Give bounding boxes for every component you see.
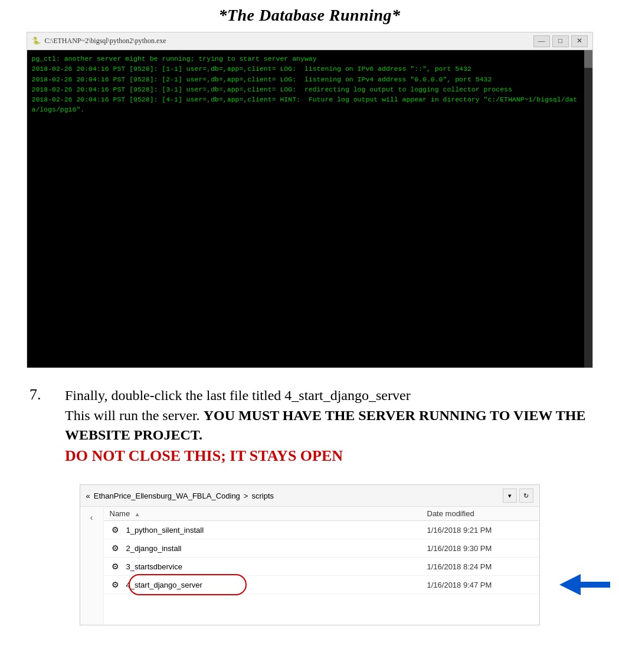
step-7-section: 7. Finally, double-click the last file t… (0, 386, 619, 467)
file-icon: ⚙ (110, 542, 122, 554)
close-button[interactable]: ✕ (571, 35, 588, 47)
file-date: 1/16/2018 9:30 PM (427, 544, 533, 553)
explorer-dropdown-button[interactable]: ▾ (503, 489, 517, 503)
terminal-line-4: 2018-02-26 20:04:16 PST [9528]: [4-1] us… (32, 94, 588, 115)
explorer-body: ‹ Name ▲ Date modified ⚙ 1_python_silent… (80, 507, 539, 625)
list-item-highlighted[interactable]: ⚙ 4_start_django_server 1/16/2018 9:47 P… (104, 576, 539, 594)
file-date: 1/16/2018 9:21 PM (427, 526, 533, 535)
minimize-button[interactable]: — (533, 35, 550, 47)
file-date: 1/16/2018 8:24 PM (427, 562, 533, 571)
breadcrumb-root[interactable]: EthanPrice_Ellensburg_WA_FBLA_Coding (94, 491, 240, 500)
step-line2: This will run the server. YOU MUST HAVE … (65, 406, 589, 445)
breadcrumb-folder[interactable]: scripts (251, 491, 274, 500)
breadcrumb-separator: > (244, 491, 248, 500)
step-number: 7. (30, 386, 53, 467)
file-name: 3_startsdbervice (126, 562, 427, 571)
list-item[interactable]: ⚙ 1_python_silent_install 1/16/2018 9:21… (104, 521, 539, 539)
terminal-line-1: 2018-02-26 20:04:16 PST [9528]: [1-1] us… (32, 64, 588, 74)
terminal-controls[interactable]: — □ ✕ (533, 35, 588, 47)
col-date-header[interactable]: Date modified (427, 509, 533, 518)
step-line1: Finally, double-click the last file titl… (65, 386, 589, 406)
list-item[interactable]: ⚙ 2_django_install 1/16/2018 9:30 PM (104, 539, 539, 558)
arrow-head (559, 574, 581, 595)
arrow-shaft (581, 582, 610, 588)
terminal-window: 🐍 C:\ETHANP~2\bigsql\python2\python.exe … (27, 32, 593, 368)
maximize-button[interactable]: □ (552, 35, 569, 47)
terminal-scrollbar[interactable] (584, 50, 592, 368)
terminal-body: pg_ctl: another server might be running;… (27, 50, 593, 368)
breadcrumb-prefix: « (86, 491, 90, 500)
file-explorer: « EthanPrice_Ellensburg_WA_FBLA_Coding >… (80, 484, 540, 625)
explorer-controls[interactable]: ▾ ↻ (503, 489, 533, 503)
terminal-line-0: pg_ctl: another server might be running;… (32, 54, 588, 64)
file-icon: ⚙ (110, 524, 122, 536)
file-date: 1/16/2018 9:47 PM (427, 581, 533, 589)
col-name-header[interactable]: Name ▲ (110, 509, 427, 518)
col-name-sort-icon: ▲ (135, 511, 140, 517)
terminal-line-3: 2018-02-26 20:04:16 PST [9528]: [3-1] us… (32, 84, 588, 94)
page-title: *The Database Running* (0, 0, 619, 32)
file-name: 1_python_silent_install (126, 526, 427, 535)
explorer-refresh-button[interactable]: ↻ (519, 489, 533, 503)
file-icon: ⚙ (110, 560, 122, 572)
step-red-text: DO NOT CLOSE THIS; IT STAYS OPEN (65, 445, 589, 467)
file-icon: ⚙ (110, 579, 122, 591)
terminal-scrollbar-thumb[interactable] (584, 50, 592, 68)
terminal-title-left: 🐍 C:\ETHANP~2\bigsql\python2\python.exe (32, 37, 166, 46)
terminal-line-2: 2018-02-26 20:04:16 PST [9528]: [2-1] us… (32, 74, 588, 84)
explorer-main: Name ▲ Date modified ⚙ 1_python_silent_i… (104, 507, 539, 625)
explorer-column-header: Name ▲ Date modified (104, 507, 539, 521)
arrow-indicator (559, 574, 610, 595)
file-name: 4_start_django_server (126, 581, 427, 589)
list-item[interactable]: ⚙ 3_startsdbervice 1/16/2018 8:24 PM (104, 558, 539, 576)
file-name: 2_django_install (126, 544, 427, 553)
step-content: Finally, double-click the last file titl… (65, 386, 589, 467)
terminal-app-icon: 🐍 (32, 37, 41, 46)
terminal-title-text: C:\ETHANP~2\bigsql\python2\python.exe (45, 37, 166, 45)
sidebar-collapse-arrow[interactable]: ‹ (90, 513, 93, 522)
terminal-titlebar: 🐍 C:\ETHANP~2\bigsql\python2\python.exe … (27, 32, 593, 50)
explorer-addressbar: « EthanPrice_Ellensburg_WA_FBLA_Coding >… (80, 485, 539, 507)
explorer-sidebar: ‹ (80, 507, 104, 625)
